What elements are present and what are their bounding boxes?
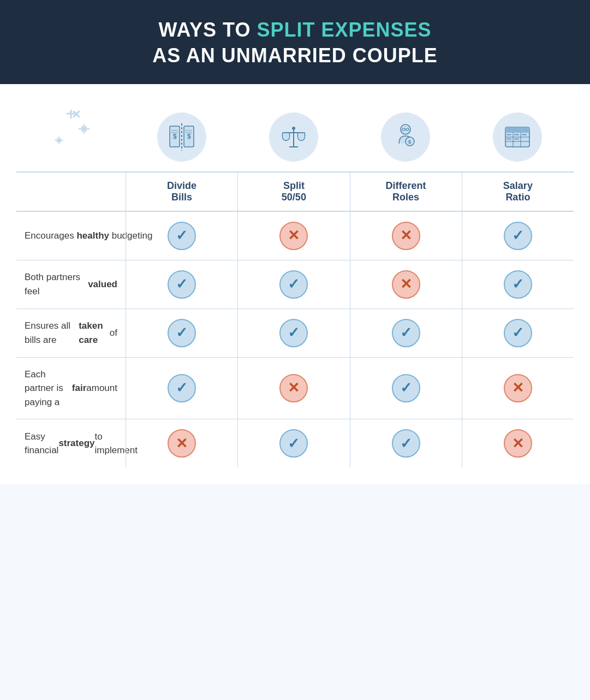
check-yes-icon (392, 319, 420, 347)
check-yes-icon (168, 270, 196, 299)
sparkle-icon (41, 106, 101, 166)
svg-point-24 (292, 127, 295, 130)
split-5050-icon-cell (237, 100, 349, 166)
check-5-2 (237, 419, 349, 467)
check-1-2 (237, 212, 349, 260)
check-4-1 (126, 358, 237, 419)
check-2-4 (462, 260, 574, 309)
check-1-1 (126, 212, 237, 260)
svg-rect-32 (505, 127, 529, 133)
check-1-3 (350, 212, 462, 260)
check-2-3 (350, 260, 462, 309)
svg-text:$: $ (187, 133, 191, 140)
check-yes-icon (504, 319, 532, 347)
svg-rect-38 (514, 134, 519, 135)
row-label-3: Ensures all bills are taken care of (16, 309, 126, 357)
check-yes-icon (168, 319, 196, 347)
check-1-4 (462, 212, 574, 260)
row-label-2: Both partners feel valued (16, 260, 126, 309)
row-label-4: Each partner is paying a fair amount (16, 358, 126, 419)
check-yes-icon (168, 222, 196, 250)
different-roles-icon-cell: $ (350, 100, 462, 166)
check-yes-icon (279, 270, 308, 299)
check-no-icon (392, 222, 420, 250)
check-yes-icon (168, 374, 196, 402)
split-5050-icon (269, 112, 318, 162)
check-no-icon (504, 429, 532, 458)
column-header-row: DivideBills Split50/50 DifferentRoles Sa… (16, 171, 574, 212)
check-no-icon (279, 222, 308, 250)
check-no-icon (392, 270, 420, 299)
row-label-1: Encourages healthy budgeting (16, 212, 126, 260)
check-5-1 (126, 419, 237, 467)
svg-rect-39 (522, 134, 527, 135)
check-yes-icon (504, 222, 532, 250)
page-header: WAYS TO SPLIT EXPENSES AS AN UNMARRIED C… (0, 0, 590, 84)
title-line2: AS AN UNMARRIED COUPLE (152, 44, 438, 67)
check-no-icon (279, 374, 308, 402)
check-yes-icon (279, 319, 308, 347)
check-3-4 (462, 309, 574, 357)
svg-text:$: $ (173, 133, 177, 140)
check-5-4 (462, 419, 574, 467)
check-3-2 (237, 309, 349, 357)
check-yes-icon (392, 429, 420, 458)
check-3-3 (350, 309, 462, 357)
salary-ratio-icon-cell (462, 100, 574, 166)
table-row: Each partner is paying a fair amount (16, 358, 574, 420)
icon-header-row: $ $ (16, 100, 574, 166)
svg-text:$: $ (408, 139, 411, 145)
different-roles-icon: $ (381, 112, 430, 162)
salary-ratio-col-header: SalaryRatio (462, 173, 574, 211)
check-2-1 (126, 260, 237, 309)
sparkle-decoration (16, 100, 126, 166)
divide-bills-icon-cell: $ $ (126, 100, 237, 166)
table-row: Ensures all bills are taken care of (16, 309, 574, 358)
different-roles-col-header: DifferentRoles (350, 173, 462, 211)
check-yes-icon (279, 429, 308, 458)
check-4-4 (462, 358, 574, 419)
title-line1-highlight: SPLIT EXPENSES (257, 19, 431, 41)
check-yes-icon (392, 374, 420, 402)
row-label-5: Easy financial strategy to implement (16, 419, 126, 467)
check-4-2 (237, 358, 349, 419)
title-line1-normal: WAYS TO (158, 19, 251, 41)
check-5-3 (350, 419, 462, 467)
svg-rect-40 (506, 138, 511, 140)
table-row: Encourages healthy budgeting (16, 212, 574, 260)
salary-ratio-icon (493, 112, 542, 162)
svg-rect-41 (514, 138, 519, 140)
check-4-3 (350, 358, 462, 419)
content-area: $ $ (0, 84, 590, 484)
check-no-icon (168, 429, 196, 458)
svg-rect-37 (506, 134, 511, 135)
label-col-header (16, 173, 126, 211)
split-5050-col-header: Split50/50 (237, 173, 349, 211)
check-3-1 (126, 309, 237, 357)
check-no-icon (504, 374, 532, 402)
table-row: Both partners feel valued (16, 260, 574, 309)
divide-bills-icon: $ $ (157, 112, 206, 162)
check-yes-icon (504, 270, 532, 299)
table-row: Easy financial strategy to implement (16, 419, 574, 467)
check-2-2 (237, 260, 349, 309)
divide-bills-col-header: DivideBills (126, 173, 237, 211)
main-title: WAYS TO SPLIT EXPENSES AS AN UNMARRIED C… (11, 17, 579, 69)
